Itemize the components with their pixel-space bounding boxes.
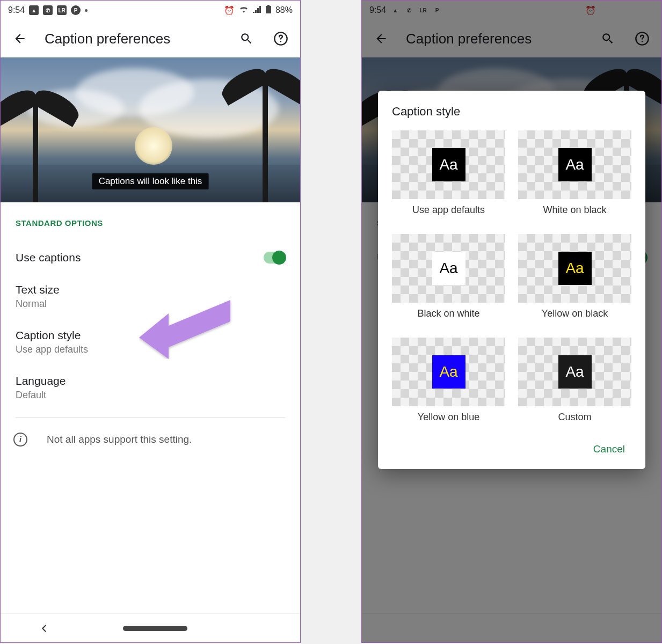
nav-bar [1, 613, 300, 642]
dialog-title: Caption style [392, 105, 631, 119]
more-notif-icon [85, 9, 88, 12]
phone-left: 9:54 ▲ ✆ LR P ⏰ 88% Caption preferences [0, 0, 301, 643]
phone-right: 9:54 ▲ ✆ LR P ⏰ 88% Caption preferences [361, 0, 662, 643]
caption-preview: Captions will look like this [1, 57, 300, 202]
info-icon: i [13, 433, 27, 447]
svg-rect-0 [266, 6, 271, 13]
battery-percent: 88% [275, 5, 293, 15]
opt-yellow-on-blue[interactable]: Aa Yellow on blue [392, 338, 505, 423]
opt-black-on-white[interactable]: Aa Black on white [392, 234, 505, 319]
row-caption-style[interactable]: Caption style Use app defaults [16, 319, 285, 365]
section-label: STANDARD OPTIONS [16, 218, 285, 228]
cancel-button[interactable]: Cancel [587, 439, 631, 459]
back-button[interactable] [10, 29, 30, 48]
lr-icon: LR [57, 5, 67, 15]
opt-app-defaults[interactable]: Aa Use app defaults [392, 130, 505, 216]
use-captions-toggle[interactable] [264, 252, 285, 264]
nav-back[interactable] [35, 619, 54, 638]
wifi-icon [239, 5, 249, 15]
opt-custom[interactable]: Aa Custom [518, 338, 631, 423]
row-use-captions[interactable]: Use captions [16, 241, 285, 274]
photo-icon: ▲ [29, 5, 39, 15]
caption-style-dialog: Caption style Aa Use app defaults Aa Whi… [378, 91, 645, 469]
sample-caption: Captions will look like this [92, 173, 209, 189]
help-button[interactable] [271, 29, 290, 48]
whatsapp-icon: ✆ [43, 5, 53, 15]
status-bar: 9:54 ▲ ✆ LR P ⏰ 88% [1, 1, 300, 20]
row-text-size[interactable]: Text size Normal [16, 274, 285, 319]
pinterest-icon: P [71, 5, 81, 15]
search-button[interactable] [237, 29, 256, 48]
info-row: i Not all apps support this setting. [16, 417, 285, 462]
signal-icon [253, 5, 261, 15]
status-time: 9:54 [8, 5, 25, 15]
row-language[interactable]: Language Default [16, 365, 285, 411]
opt-yellow-on-black[interactable]: Aa Yellow on black [518, 234, 631, 319]
page-title: Caption preferences [45, 31, 222, 47]
alarm-icon: ⏰ [224, 5, 235, 16]
app-bar: Caption preferences [1, 20, 300, 57]
battery-icon [266, 5, 271, 16]
nav-home[interactable] [123, 626, 187, 631]
svg-rect-1 [267, 5, 270, 6]
settings-list: STANDARD OPTIONS Use captions Text size … [1, 202, 300, 613]
opt-white-on-black[interactable]: Aa White on black [518, 130, 631, 216]
